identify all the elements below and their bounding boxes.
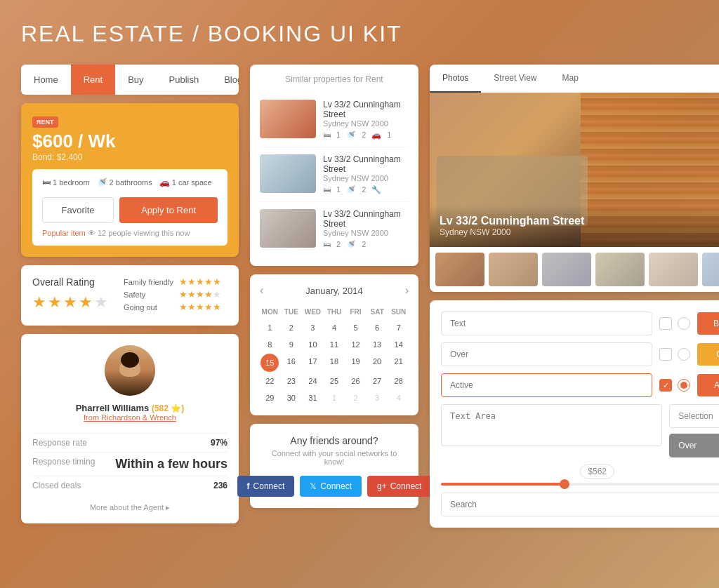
tab-photos[interactable]: Photos: [430, 65, 481, 93]
cal-day-2[interactable]: 2: [282, 320, 302, 335]
button-normal[interactable]: Button: [697, 312, 719, 335]
radio-1[interactable]: [678, 317, 690, 330]
family-label: Family friendly: [124, 278, 173, 286]
property-thumbnail-2[interactable]: [260, 154, 316, 193]
checkbox-checked[interactable]: ✓: [659, 379, 672, 392]
cal-day-next-4[interactable]: 4: [388, 390, 409, 406]
over-input[interactable]: [441, 342, 652, 366]
bath-icon-2: 🚿: [346, 185, 356, 194]
thumbnail-3[interactable]: [542, 253, 591, 286]
cal-day-17[interactable]: 17: [303, 354, 323, 372]
cal-day-14[interactable]: 14: [388, 337, 409, 352]
property-info-1: Lv 33/2 Cunningham Street Sydney NSW 200…: [323, 100, 409, 140]
thumbnail-5[interactable]: [649, 253, 698, 286]
apply-to-rent-button[interactable]: Apply to Rent: [119, 197, 218, 223]
search-input[interactable]: [442, 493, 719, 516]
cal-day-21[interactable]: 21: [388, 354, 409, 372]
select-selection[interactable]: Selection ▾: [669, 404, 719, 428]
cal-day-9[interactable]: 9: [282, 337, 302, 352]
family-stars: ★★★★★: [179, 276, 221, 287]
avatar-face: [105, 345, 155, 396]
checkbox-1[interactable]: [659, 317, 672, 330]
bed-icon-1: 🛏: [323, 131, 331, 140]
agent-company[interactable]: from Richardson & Wrench: [84, 413, 176, 422]
button-active[interactable]: Active: [697, 374, 719, 396]
cal-day-28[interactable]: 28: [388, 373, 409, 389]
select-over[interactable]: Over ▾: [669, 434, 719, 457]
cal-day-30[interactable]: 30: [282, 390, 302, 406]
active-input[interactable]: [441, 373, 652, 397]
cal-day-13[interactable]: 13: [367, 337, 388, 352]
slider-thumb[interactable]: [560, 479, 569, 489]
cal-day-19[interactable]: 19: [345, 354, 366, 372]
facebook-connect-button[interactable]: f Connect: [237, 476, 295, 497]
cal-day-1[interactable]: 1: [260, 320, 280, 335]
property-city-2: Sydney NSW 2000: [323, 174, 409, 182]
cal-day-24[interactable]: 24: [303, 373, 323, 389]
property-address-2: Lv 33/2 Cunningham Street: [323, 154, 409, 174]
cal-day-15[interactable]: 15: [260, 354, 279, 372]
google-connect-button[interactable]: g+ Connect: [367, 476, 431, 497]
cal-day-18[interactable]: 18: [324, 354, 345, 372]
nav-item-publish[interactable]: Publish: [157, 65, 212, 95]
main-layout: Home Rent Buy Publish Blog Contact us RE…: [21, 65, 698, 528]
thumbnail-6[interactable]: [702, 253, 719, 286]
property-thumbnail-1[interactable]: [260, 100, 316, 138]
cal-day-8[interactable]: 8: [260, 337, 280, 352]
cal-day-11[interactable]: 11: [324, 337, 345, 352]
cal-day-4[interactable]: 4: [324, 320, 345, 335]
twitter-connect-button[interactable]: 𝕏 Connect: [300, 476, 362, 497]
calendar-prev-button[interactable]: ‹: [260, 284, 263, 297]
form-checks-1: [659, 317, 690, 330]
favorite-button[interactable]: Favorite: [42, 197, 114, 223]
main-photo: Lv 33/2 Cunningham Street Sydney NSW 200…: [430, 93, 719, 247]
car-icon-1: 🚗: [371, 131, 381, 140]
button-over[interactable]: Over: [697, 343, 719, 366]
radio-2[interactable]: [678, 348, 690, 361]
thumbnail-1[interactable]: [435, 253, 484, 286]
cal-day-22[interactable]: 22: [260, 373, 280, 389]
nav-item-buy[interactable]: Buy: [115, 65, 156, 95]
cal-day-31[interactable]: 31: [303, 390, 323, 406]
property-thumbnail-3[interactable]: [260, 209, 316, 248]
cal-day-next-2[interactable]: 2: [345, 390, 366, 406]
cal-day-16[interactable]: 16: [282, 354, 302, 372]
day-header-sat: SAT: [367, 305, 388, 319]
thumbnail-2[interactable]: [489, 253, 538, 286]
tab-street-view[interactable]: Street View: [481, 65, 549, 93]
cal-day-12[interactable]: 12: [345, 337, 366, 352]
nav-item-blog[interactable]: Blog: [211, 65, 239, 95]
cal-day-next-1[interactable]: 1: [324, 390, 345, 406]
timing-value: Within a few hours: [115, 457, 227, 472]
cal-day-10[interactable]: 10: [303, 337, 323, 352]
textarea-input[interactable]: [441, 404, 662, 446]
form-row-textarea: Selection ▾ Over ▾: [441, 404, 719, 457]
nav-item-rent[interactable]: Rent: [71, 65, 115, 95]
cal-day-25[interactable]: 25: [324, 373, 345, 389]
tab-map[interactable]: Map: [550, 65, 591, 93]
overall-stars: ★★★★★: [32, 293, 110, 312]
photo-panel: Photos Street View Map Lv 33/2 Cunningha…: [430, 65, 719, 292]
calendar-next-button[interactable]: ›: [405, 284, 409, 297]
nav-item-home[interactable]: Home: [21, 65, 71, 95]
cal-day-29[interactable]: 29: [260, 390, 280, 406]
cal-day-6[interactable]: 6: [367, 320, 388, 335]
more-agent-link[interactable]: More about the Agent ▸: [90, 503, 170, 512]
property-amenities-3: 🛏2 🚿2: [323, 240, 409, 249]
property-amenities-2: 🛏1 🚿2 🔧: [323, 185, 409, 194]
cal-day-7[interactable]: 7: [388, 320, 409, 335]
text-input[interactable]: [441, 312, 652, 335]
checkbox-2[interactable]: [659, 348, 672, 361]
cal-day-next-3[interactable]: 3: [367, 390, 388, 406]
cal-day-20[interactable]: 20: [367, 354, 388, 372]
radio-checked[interactable]: [678, 379, 690, 392]
form-row-active: ✓ Active: [441, 373, 719, 397]
cal-day-27[interactable]: 27: [367, 373, 388, 389]
cal-day-5[interactable]: 5: [345, 320, 366, 335]
agent-name: Pharrell Williams (582 ⭐): [76, 403, 185, 413]
rating-inner: Overall Rating ★★★★★ Family friendly ★★★…: [32, 276, 227, 314]
cal-day-26[interactable]: 26: [345, 373, 366, 389]
cal-day-23[interactable]: 23: [282, 373, 302, 389]
cal-day-3[interactable]: 3: [303, 320, 323, 335]
thumbnail-4[interactable]: [595, 253, 645, 286]
